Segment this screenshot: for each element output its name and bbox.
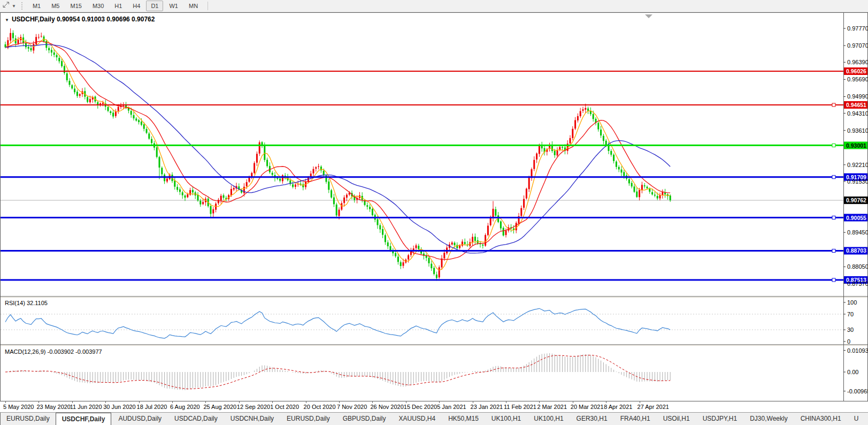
tab-AUDUSD-Daily[interactable]: AUDUSD,Daily <box>112 413 167 425</box>
level-handle[interactable] <box>832 216 835 219</box>
candle-body <box>387 242 389 246</box>
candle-body <box>35 37 37 44</box>
candle-body <box>159 157 160 168</box>
toolbar-dropdown-caret-icon[interactable]: ▼ <box>12 4 16 9</box>
candle-body <box>30 48 32 50</box>
candle-body <box>48 48 50 50</box>
candle-body <box>662 192 663 195</box>
tab-DJ30-Weekly[interactable]: DJ30,Weekly <box>744 413 793 425</box>
toolbar-handle-icon[interactable] <box>2 1 10 11</box>
tab-GER30-H1[interactable]: GER30,H1 <box>571 413 613 425</box>
date-label: 18 Jul 2020 <box>137 404 167 410</box>
tab-GBPUSD-Daily[interactable]: GBPUSD,Daily <box>337 413 392 425</box>
level-handle[interactable] <box>832 278 835 282</box>
date-label: 11 Jun 2020 <box>70 404 102 410</box>
date-tick <box>272 401 273 403</box>
candle-body <box>346 195 348 198</box>
candle-body <box>53 52 55 55</box>
candle-body <box>185 195 186 198</box>
date-label: 23 Jan 2021 <box>471 404 503 410</box>
date-tick <box>406 401 406 403</box>
candle-body <box>395 253 396 256</box>
tab-USDJPY-H1[interactable]: USDJPY,H1 <box>697 413 743 425</box>
candle-body <box>246 182 248 186</box>
timeframe-button-D1[interactable]: D1 <box>146 1 163 11</box>
timeframe-button-H4[interactable]: H4 <box>128 1 145 11</box>
candle-body <box>339 210 340 216</box>
candle-body <box>631 183 633 187</box>
candle-body <box>528 178 530 189</box>
candle-body <box>433 268 435 274</box>
toolbar: ▼ M1M5M15M30H1H4D1W1MN <box>0 0 868 12</box>
timeframe-button-MN[interactable]: MN <box>184 1 203 11</box>
price-axis-label: 0.89450 <box>847 229 868 236</box>
candle-body <box>295 185 296 187</box>
candle-body <box>379 225 381 230</box>
timeframe-button-M5[interactable]: M5 <box>47 1 64 11</box>
date-label: 8 Apr 2021 <box>604 404 632 410</box>
date-tick <box>172 401 173 403</box>
chart-plot-area[interactable]: 0.960260.946510.930010.917090.900550.887… <box>0 12 868 401</box>
chart-menu-caret-icon[interactable]: ▼ <box>5 18 9 22</box>
candle-body <box>74 89 75 93</box>
tab-USDCNH-Daily[interactable]: USDCNH,Daily <box>225 413 280 425</box>
date-tick <box>306 401 306 403</box>
candle-body <box>130 111 132 115</box>
tab-UK100-H1[interactable]: UK100,H1 <box>528 413 569 425</box>
timeframe-button-H1[interactable]: H1 <box>110 1 127 11</box>
candle-body <box>243 187 245 193</box>
price-tag-label: 0.90055 <box>846 215 866 221</box>
candle-body <box>382 229 383 235</box>
candle-body <box>580 111 581 117</box>
toolbar-grip[interactable] <box>21 2 22 10</box>
date-tick <box>573 401 573 403</box>
candle-body <box>166 179 168 182</box>
candle-body <box>192 190 194 193</box>
tab-UK100-H1[interactable]: UK100,H1 <box>486 413 527 425</box>
candle-body <box>403 262 404 265</box>
candle-body <box>572 129 573 138</box>
tab-HK50-M15[interactable]: HK50,M15 <box>442 413 485 425</box>
candle-body <box>603 136 604 141</box>
tab-CHINA300-H1[interactable]: CHINA300,H1 <box>795 413 847 425</box>
date-tick <box>39 401 39 403</box>
tab-USDCHF-Daily[interactable]: USDCHF,Daily <box>56 413 112 425</box>
chart-canvas[interactable]: 0.960260.946510.930010.917090.900550.887… <box>0 12 868 401</box>
candle-body <box>259 142 260 154</box>
level-handle[interactable] <box>832 103 835 107</box>
date-label: 23 May 2020 <box>36 404 71 410</box>
level-handle[interactable] <box>832 176 835 179</box>
tab-U[interactable]: U <box>848 413 865 425</box>
price-axis-label: 0.91530 <box>847 178 868 185</box>
candle-body <box>628 179 630 184</box>
tab-FRA40-H1[interactable]: FRA40,H1 <box>614 413 656 425</box>
chart-tab-bar: EURUSD,DailyUSDCHF,DailyAUDUSD,DailyUSDC… <box>0 412 868 425</box>
tab-EURUSD-Daily[interactable]: EURUSD,Daily <box>1 413 56 425</box>
candle-body <box>323 171 325 175</box>
tab-USDCAD-Daily[interactable]: USDCAD,Daily <box>168 413 224 425</box>
timeframe-button-M30[interactable]: M30 <box>88 1 109 11</box>
date-label: 5 Jan 2021 <box>437 404 466 410</box>
tab-EURUSD-Daily[interactable]: EURUSD,Daily <box>281 413 336 425</box>
candle-body <box>282 176 283 181</box>
candle-body <box>464 242 466 244</box>
candle-body <box>593 114 594 119</box>
candle-body <box>79 94 81 96</box>
timeframe-button-M1[interactable]: M1 <box>28 1 45 11</box>
candle-body <box>482 245 483 246</box>
level-handle[interactable] <box>832 249 835 252</box>
timeframe-button-W1[interactable]: W1 <box>164 1 183 11</box>
candle-body <box>670 195 671 200</box>
candle-body <box>651 192 653 194</box>
tab-USOil-H1[interactable]: USOil,H1 <box>657 413 696 425</box>
tab-XAUUSD-H4[interactable]: XAUUSD,H4 <box>393 413 441 425</box>
candle-body <box>533 160 535 169</box>
candle-body <box>199 201 201 204</box>
candle-body <box>315 167 317 169</box>
date-axis[interactable]: 5 May 202023 May 202011 Jun 202030 Jun 2… <box>0 401 868 412</box>
candle-body <box>616 162 617 167</box>
candle-body <box>416 245 417 248</box>
candle-body <box>71 85 73 88</box>
timeframe-button-M15[interactable]: M15 <box>65 1 86 11</box>
level-handle[interactable] <box>832 144 835 147</box>
